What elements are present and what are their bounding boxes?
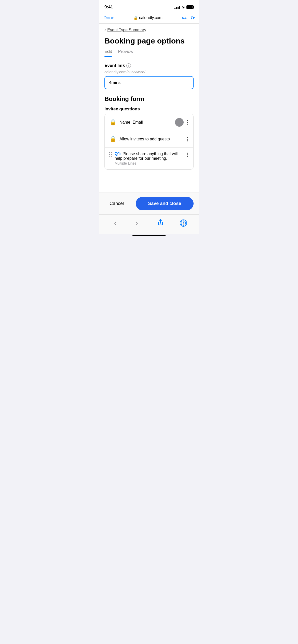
question-item-allow-guests: 🔒 Allow invitees to add guests [105,131,193,148]
svg-marker-2 [183,223,184,225]
event-link-label: Event link i [104,63,194,68]
question-text-allow-guests: Allow invitees to add guests [119,137,170,141]
status-icons: ⊜ [174,5,194,9]
question-text-name-email: Name, Email [119,120,143,124]
tab-edit[interactable]: Edit [104,49,112,57]
breadcrumb-label[interactable]: Event Type Summary [107,28,146,32]
questions-list: 🔒 Name, Email 🔒 Allow invitees to add gu… [104,114,194,170]
question-item-q1: Q1: Please share anything that will help… [105,148,193,169]
question-content-allow-guests: Allow invitees to add guests [119,137,186,141]
browser-actions: AA ↺ [182,15,195,21]
question-content-q1: Q1: Please share anything that will help… [115,152,186,165]
booking-form-title: Booking form [99,89,199,103]
lock-icon-name-email: 🔒 [109,118,117,126]
url-text: calendly.com [139,16,162,20]
lock-icon: 🔒 [133,16,138,20]
browser-bar: Done 🔒 calendly.com AA ↺ [99,13,199,24]
compass-button[interactable] [180,219,187,227]
more-menu-name-email[interactable] [186,119,189,126]
tab-preview[interactable]: Preview [118,49,133,57]
forward-button[interactable]: › [133,218,141,229]
bottom-actions: Cancel Save and close [99,193,199,214]
back-button[interactable]: ‹ [111,218,119,229]
battery-icon [186,5,194,9]
wifi-icon: ⊜ [182,5,185,9]
more-menu-q1[interactable] [186,152,189,158]
status-bar: 9:41 ⊜ [99,0,199,13]
share-icon [157,219,164,226]
drag-handle-q1[interactable] [109,152,112,157]
browser-url: 🔒 calendly.com [133,16,162,20]
question-item-name-email: 🔒 Name, Email [105,114,193,131]
toggle-name-email[interactable] [175,118,184,127]
event-link-url: calendly.com/c3666e3a/ [104,70,194,74]
page-title: Booking page options [99,33,199,46]
question-content-name-email: Name, Email [119,120,172,125]
event-link-input[interactable] [104,76,194,89]
lock-icon: 🔒 [110,119,116,126]
tabs: Edit Preview [99,46,199,57]
q1-subtext: Multiple Lines [115,161,186,165]
breadcrumb[interactable]: ‹ Event Type Summary [99,24,199,33]
lock-icon-allow-guests: 🔒 [109,135,117,143]
lock-icon: 🔒 [110,136,116,142]
home-indicator [132,235,166,236]
event-link-section: Event link i calendly.com/c3666e3a/ [99,57,199,89]
cancel-button[interactable]: Cancel [104,197,129,210]
save-close-button[interactable]: Save and close [136,197,194,210]
browser-bottom-bar: ‹ › [99,214,199,234]
question-text-q1: Q1: Please share anything that will help… [115,152,178,160]
info-icon[interactable]: i [126,63,131,68]
share-button[interactable] [154,217,167,229]
invitee-questions-label: Invitee questions [99,103,199,114]
text-size-button[interactable]: AA [182,16,187,20]
done-button[interactable]: Done [103,15,114,21]
svg-marker-1 [183,221,184,223]
more-menu-allow-guests[interactable] [186,136,189,142]
back-arrow-icon: ‹ [104,28,106,32]
reload-button[interactable]: ↺ [189,14,196,22]
status-time: 9:41 [104,5,113,10]
q1-text: Please share anything that will help pre… [115,152,178,160]
q1-label: Q1: [115,152,121,156]
signal-bars-icon [174,5,180,9]
compass-icon [181,221,186,226]
page-content: ‹ Event Type Summary Booking page option… [99,24,199,193]
